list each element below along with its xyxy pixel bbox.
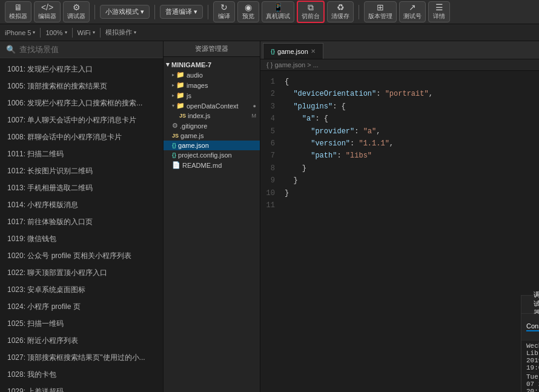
realtest-icon: 📱 [273, 3, 283, 12]
list-item[interactable]: 1024: 小程序 profile 页 [0, 298, 163, 315]
gamemode-dropdown[interactable]: 小游戏模式 ▾ [100, 5, 150, 19]
device-name: iPhone 5 [5, 29, 31, 36]
list-item[interactable]: 1022: 聊天顶部置顶小程序入口 [0, 264, 163, 281]
console-line-1: Wechat Lib:2.9.4, 2019.12.23 19:01:27 WA… [526, 342, 534, 373]
code-line: } [285, 174, 534, 187]
zoom-selector[interactable]: 100% ▾ [45, 29, 67, 36]
gamejs-file[interactable]: JS game.js [164, 131, 260, 141]
simulator-button[interactable]: 🖥 模拟器 [5, 1, 31, 22]
list-item[interactable]: 1006: 发现栏小程序主入口搜索框的搜索... [0, 95, 163, 111]
list-item[interactable]: 1008: 群聊会话中的小程序消息卡片 [0, 128, 163, 145]
code-line: { [285, 76, 534, 88]
search-input[interactable] [19, 45, 157, 54]
code-content[interactable]: { "deviceOrientation": "portrait", "plug… [280, 71, 539, 392]
list-item[interactable]: 1019: 微信钱包 [0, 230, 163, 247]
root-folder[interactable]: ▾ MINIGAME-7 [164, 59, 260, 70]
versionmgr-button[interactable]: ⊞ 版本管理 [364, 1, 397, 22]
sec-sep-1 [40, 28, 41, 38]
breadcrumb-text: { } game.json > ... [266, 61, 319, 68]
clearcache-icon: ♻ [337, 3, 345, 12]
mockop-selector[interactable]: 模拟操作 ▾ [105, 28, 136, 37]
sec-sep-2 [72, 28, 73, 38]
js-folder[interactable]: ▸ 📁 js [164, 90, 260, 101]
list-item[interactable]: 1029: 上差送超码 [0, 383, 163, 392]
simulator-label: 模拟器 [9, 12, 27, 21]
list-item[interactable]: 1028: 我的卡包 [0, 366, 163, 383]
line-num: 5 [265, 125, 275, 138]
folder-arrow: ▾ [172, 103, 174, 108]
network-arrow: ▾ [93, 30, 95, 35]
list-item[interactable]: 1014: 小程序模版消息 [0, 196, 163, 213]
zoom-arrow: ▾ [65, 30, 67, 35]
line-num: 7 [265, 150, 275, 162]
scene-list: 1001: 发现栏小程序主入口 1005: 顶部搜索框的搜索结果页 1006: … [0, 58, 163, 392]
editor-tab-gamejson[interactable]: {} game.json ✕ [263, 43, 323, 59]
cutfront-button[interactable]: ⧉ 切前台 [297, 1, 325, 23]
folder-arrow: ▸ [172, 93, 174, 98]
detail-label: 详情 [433, 12, 445, 21]
testno-button[interactable]: ↗ 测试号 [399, 1, 426, 22]
file-label: game.json [178, 142, 209, 149]
refresh-button[interactable]: ↻ 编译 [213, 1, 235, 22]
network-selector[interactable]: WiFi ▾ [78, 29, 95, 36]
line-num: 4 [265, 113, 275, 125]
indexjs-file[interactable]: JS index.js M [164, 111, 260, 121]
readme-file[interactable]: 📄 README.md [164, 160, 260, 170]
folder-label: js [187, 92, 191, 99]
images-folder[interactable]: ▸ 📁 images [164, 80, 260, 90]
list-item[interactable]: 1007: 单人聊天会话中的小程序消息卡片 [0, 111, 163, 128]
clearcache-button[interactable]: ♻ 清缓存 [327, 1, 354, 22]
list-item[interactable]: 1011: 扫描二维码 [0, 145, 163, 162]
list-item[interactable]: 1026: 附近小程序列表 [0, 332, 163, 349]
versionmgr-label: 版本管理 [368, 12, 392, 21]
detail-button[interactable]: ☰ 详情 [428, 1, 450, 22]
line-num: 10 [265, 187, 275, 199]
openDataContext-folder[interactable]: ▾ 📁 openDataContext ● [164, 101, 260, 111]
gamejson-file[interactable]: {} game.json [164, 141, 260, 150]
debugger-button[interactable]: ⚙ 调试器 [63, 1, 90, 22]
code-line: "path": "libs" [285, 150, 534, 162]
projectconfig-file[interactable]: {} project.config.json [164, 150, 260, 160]
line-num: 8 [265, 162, 275, 174]
folder-icon: 📁 [176, 71, 185, 79]
device-selector[interactable]: iPhone 5 ▾ [5, 29, 35, 36]
list-item[interactable]: 1005: 顶部搜索框的搜索结果页 [0, 78, 163, 95]
editor-button[interactable]: </> 编辑器 [34, 1, 61, 22]
list-item[interactable]: 1013: 手机相册选取二维码 [0, 179, 163, 196]
console-text: Wechat Lib:2.9.4, 2019.12.23 19:01:27 [526, 342, 539, 371]
console-line-2: Tue Jan 07 2020 20:35:52 GMT+0800 (中国标准时… [526, 373, 534, 392]
list-item[interactable]: 1023: 安卓系统桌面图标 [0, 281, 163, 298]
json-icon: {} [172, 142, 176, 148]
md-icon: 📄 [172, 161, 180, 169]
line-num: 3 [265, 101, 275, 113]
preview-button[interactable]: ◉ 预览 [237, 1, 259, 22]
folder-badge: ● [253, 103, 256, 109]
code-container: 1 2 3 4 5 6 7 8 9 10 11 { "deviceOrienta… [260, 71, 539, 392]
list-item[interactable]: 1020: 公众号 profile 页相关小程序列表 [0, 247, 163, 264]
list-item[interactable]: 1001: 发现栏小程序主入口 [0, 61, 163, 78]
list-item[interactable]: 1017: 前往体验版的入口页 [0, 213, 163, 230]
simulator-icon: 🖥 [14, 3, 22, 12]
folder-icon: 📁 [176, 91, 185, 99]
compile-dropdown[interactable]: 普通编译 ▾ [160, 5, 203, 19]
versionmgr-icon: ⊞ [377, 3, 384, 12]
audio-folder[interactable]: ▸ 📁 audio [164, 70, 260, 80]
folder-label: images [187, 82, 208, 89]
list-item[interactable]: 1025: 扫描一维码 [0, 315, 163, 332]
clearcache-label: 清缓存 [331, 12, 349, 21]
cutfront-icon: ⧉ [308, 3, 314, 12]
console-tab[interactable]: Console [526, 322, 539, 331]
editor-tabs: {} game.json ✕ [260, 41, 539, 59]
editor-breadcrumb: { } game.json > ... [260, 59, 539, 71]
debugger-tab-label: 调试器 [534, 291, 539, 316]
gitignore-file[interactable]: ⚙ .gitignore [164, 121, 260, 131]
list-item[interactable]: 1012: 长按图片识别二维码 [0, 162, 163, 179]
mockop-label: 模拟操作 [105, 28, 132, 37]
list-item[interactable]: 1027: 顶部搜索框搜索结果页"使用过的小... [0, 349, 163, 366]
folder-icon: 📁 [176, 81, 185, 89]
file-label: game.js [180, 132, 204, 139]
realtest-button[interactable]: 📱 真机调试 [262, 1, 294, 22]
top-toolbar: 🖥 模拟器 </> 编辑器 ⚙ 调试器 小游戏模式 ▾ 普通编译 ▾ ↻ 编译 … [0, 0, 539, 24]
file-tree: ▾ MINIGAME-7 ▸ 📁 audio ▸ 📁 images ▸ 📁 js… [164, 57, 260, 392]
tab-close-icon[interactable]: ✕ [311, 48, 316, 55]
